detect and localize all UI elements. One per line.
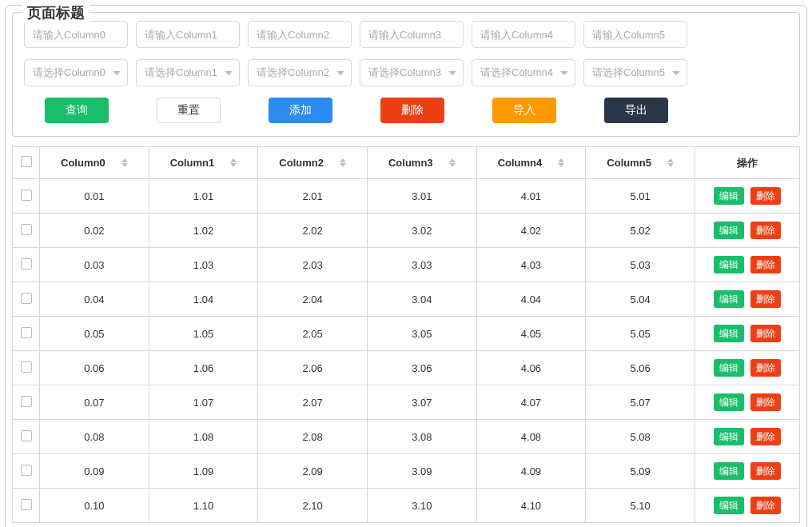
table-cell: 0.06 bbox=[40, 351, 149, 385]
table-cell: 1.07 bbox=[149, 385, 259, 420]
filter-select-column0[interactable]: 请选择Column0 bbox=[24, 59, 128, 86]
sort-icon[interactable] bbox=[230, 158, 237, 167]
row-checkbox[interactable] bbox=[21, 361, 32, 373]
row-delete-button[interactable]: 删除 bbox=[750, 393, 781, 411]
query-button[interactable]: 查询 bbox=[45, 98, 109, 123]
row-edit-button[interactable]: 编辑 bbox=[714, 256, 744, 273]
row-delete-button[interactable]: 删除 bbox=[750, 290, 781, 308]
action-button-row: 查询 重置 添加 删除 导入 导出 bbox=[24, 98, 788, 123]
row-edit-button[interactable]: 编辑 bbox=[714, 497, 744, 514]
add-button[interactable]: 添加 bbox=[269, 98, 332, 123]
table-cell: 3.08 bbox=[368, 420, 477, 454]
table-cell: 2.05 bbox=[258, 317, 368, 351]
row-delete-button[interactable]: 删除 bbox=[750, 497, 781, 514]
filter-select-column5[interactable]: 请选择Column5 bbox=[583, 59, 687, 86]
row-checkbox[interactable] bbox=[21, 293, 32, 304]
sort-icon[interactable] bbox=[449, 158, 456, 167]
row-delete-button[interactable]: 删除 bbox=[750, 187, 781, 205]
column-label: Column1 bbox=[170, 157, 215, 169]
filter-input-column4[interactable] bbox=[472, 21, 575, 48]
table-cell: 5.10 bbox=[586, 489, 695, 522]
filter-input-column0[interactable] bbox=[24, 21, 128, 48]
table-cell: 5.07 bbox=[586, 385, 695, 420]
table-cell: 3.07 bbox=[368, 385, 477, 420]
delete-button[interactable]: 删除 bbox=[380, 98, 444, 123]
row-checkbox[interactable] bbox=[21, 327, 32, 338]
row-edit-button[interactable]: 编辑 bbox=[714, 187, 744, 205]
row-delete-button[interactable]: 删除 bbox=[750, 222, 781, 239]
reset-button[interactable]: 重置 bbox=[157, 98, 221, 123]
chevron-down-icon bbox=[672, 71, 680, 75]
table-cell: 5.04 bbox=[586, 282, 695, 317]
column-header[interactable]: Column4 bbox=[477, 147, 587, 179]
column-label: 操作 bbox=[737, 157, 758, 169]
pagination: 10条/页 1 第 页 确认 共12条 共2页 bbox=[12, 523, 800, 527]
column-header[interactable]: Column0 bbox=[40, 147, 149, 179]
table-cell: 3.06 bbox=[368, 351, 477, 385]
row-checkbox[interactable] bbox=[21, 430, 32, 441]
row-edit-button[interactable]: 编辑 bbox=[714, 359, 744, 377]
row-checkbox[interactable] bbox=[21, 465, 32, 476]
table-cell: 4.01 bbox=[477, 179, 587, 214]
filter-input-row bbox=[24, 21, 788, 48]
table-row: 0.051.052.053.054.055.05编辑删除 bbox=[13, 317, 799, 351]
export-button[interactable]: 导出 bbox=[604, 98, 668, 123]
import-button[interactable]: 导入 bbox=[492, 98, 556, 123]
filter-input-column5[interactable] bbox=[583, 21, 687, 48]
row-actions: 编辑删除 bbox=[695, 420, 799, 454]
table-cell: 4.03 bbox=[477, 248, 587, 282]
table-cell: 3.01 bbox=[368, 179, 477, 214]
table-cell: 4.07 bbox=[477, 385, 587, 420]
row-actions: 编辑删除 bbox=[695, 317, 799, 351]
table-cell: 5.08 bbox=[586, 420, 695, 454]
filter-select-column4[interactable]: 请选择Column4 bbox=[472, 59, 575, 86]
filter-select-column3[interactable]: 请选择Column3 bbox=[360, 59, 464, 86]
row-edit-button[interactable]: 编辑 bbox=[714, 428, 744, 445]
sort-icon[interactable] bbox=[558, 158, 564, 167]
table-cell: 4.08 bbox=[477, 420, 587, 454]
table-cell: 3.03 bbox=[368, 248, 477, 282]
row-delete-button[interactable]: 删除 bbox=[750, 359, 781, 377]
table-cell: 4.06 bbox=[477, 351, 587, 385]
filter-input-column3[interactable] bbox=[360, 21, 464, 48]
row-checkbox[interactable] bbox=[21, 258, 32, 269]
row-delete-button[interactable]: 删除 bbox=[750, 462, 781, 480]
row-delete-button[interactable]: 删除 bbox=[750, 325, 781, 342]
table-cell: 1.09 bbox=[149, 454, 259, 489]
row-edit-button[interactable]: 编辑 bbox=[714, 325, 744, 342]
column-header[interactable]: Column3 bbox=[368, 147, 477, 179]
table-row: 0.031.032.033.034.035.03编辑删除 bbox=[13, 248, 799, 282]
column-header[interactable]: Column5 bbox=[586, 147, 695, 179]
filter-select-column1[interactable]: 请选择Column1 bbox=[136, 59, 240, 86]
table-cell: 2.07 bbox=[258, 385, 368, 420]
sort-icon[interactable] bbox=[340, 158, 346, 167]
table-cell: 0.10 bbox=[40, 489, 149, 522]
sort-icon[interactable] bbox=[121, 158, 128, 167]
filter-select-column2[interactable]: 请选择Column2 bbox=[248, 59, 352, 86]
column-header[interactable]: Column1 bbox=[149, 147, 259, 179]
row-edit-button[interactable]: 编辑 bbox=[714, 462, 744, 480]
column-label: Column0 bbox=[61, 157, 105, 169]
filter-input-column1[interactable] bbox=[136, 21, 240, 48]
select-all-checkbox[interactable] bbox=[21, 156, 32, 167]
filter-input-column2[interactable] bbox=[248, 21, 352, 48]
row-edit-button[interactable]: 编辑 bbox=[714, 290, 744, 308]
row-actions: 编辑删除 bbox=[695, 179, 799, 214]
row-delete-button[interactable]: 删除 bbox=[750, 256, 781, 273]
row-delete-button[interactable]: 删除 bbox=[750, 428, 781, 445]
row-checkbox[interactable] bbox=[21, 190, 32, 201]
row-checkbox[interactable] bbox=[21, 396, 32, 407]
row-checkbox[interactable] bbox=[21, 499, 32, 510]
row-edit-button[interactable]: 编辑 bbox=[714, 393, 744, 411]
filter-select-row: 请选择Column0 请选择Column1 请选择Column2 请选择Colu… bbox=[24, 59, 788, 86]
table-row: 0.021.022.023.024.025.02编辑删除 bbox=[13, 214, 799, 248]
row-edit-button[interactable]: 编辑 bbox=[714, 222, 744, 239]
row-actions: 编辑删除 bbox=[695, 351, 799, 385]
sort-icon[interactable] bbox=[667, 158, 674, 167]
row-actions: 编辑删除 bbox=[695, 489, 799, 522]
column-label: Column5 bbox=[607, 157, 651, 169]
table-cell: 2.08 bbox=[258, 420, 368, 454]
row-checkbox[interactable] bbox=[21, 224, 32, 235]
column-header[interactable]: Column2 bbox=[258, 147, 368, 179]
table-cell: 0.03 bbox=[40, 248, 149, 282]
